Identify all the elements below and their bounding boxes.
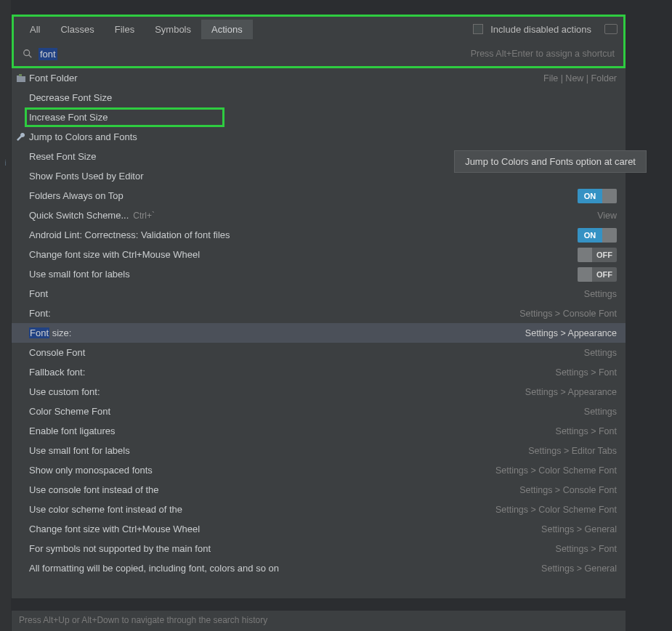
svg-point-0 [24, 50, 30, 56]
row-path: Settings > Font [556, 367, 617, 378]
row-label: Android Lint: Correctness: Validation of… [29, 229, 230, 240]
row-label: Font Folder [29, 73, 77, 84]
result-row[interactable]: Increase Font Size [12, 107, 626, 127]
result-row[interactable]: Color Scheme FontSettings [12, 402, 626, 421]
result-row[interactable]: Use custom font:Settings > Appearance [12, 382, 626, 402]
pin-icon[interactable] [604, 24, 618, 34]
row-label: For symbols not supported by the main fo… [29, 543, 211, 554]
result-row[interactable]: Fallback font:Settings > Font [12, 362, 626, 382]
tab-symbols[interactable]: Symbols [145, 20, 201, 39]
shortcut-label: Ctrl+` [133, 211, 155, 221]
row-path: Settings [584, 289, 617, 299]
row-path: Settings [584, 348, 617, 358]
row-path: Settings > Color Scheme Font [495, 505, 617, 515]
row-label: Use color scheme font instead of the [29, 504, 182, 515]
footer-hint: Press Alt+Up or Alt+Down to navigate thr… [12, 611, 626, 631]
tab-actions[interactable]: Actions [201, 20, 253, 39]
row-path: Settings [584, 407, 617, 417]
result-row[interactable]: Quick Switch Scheme...Ctrl+`View [12, 205, 626, 225]
tab-all[interactable]: All [20, 20, 50, 39]
search-row: font Press Alt+Enter to assign a shortcu… [14, 41, 623, 66]
row-path: Settings > Appearance [525, 328, 617, 338]
search-hint: Press Alt+Enter to assign a shortcut [471, 49, 615, 59]
result-row[interactable]: Console FontSettings [12, 343, 626, 362]
result-row[interactable]: Use color scheme font instead of theSett… [12, 500, 626, 519]
highlighted-header-area: AllClassesFilesSymbolsActions Include di… [12, 15, 626, 68]
row-label: Jump to Colors and Fonts [29, 131, 137, 142]
result-row[interactable]: Jump to Colors and Fonts [12, 127, 626, 147]
wrench-icon [15, 131, 28, 143]
row-label: Use custom font: [29, 386, 100, 397]
result-row[interactable]: Decrease Font Size [12, 88, 626, 107]
result-row[interactable]: Use small font for labelsOFF [12, 264, 626, 284]
result-row[interactable]: Change font size with Ctrl+Mouse WheelOF… [12, 245, 626, 264]
result-row[interactable]: For symbols not supported by the main fo… [12, 539, 626, 558]
result-row[interactable]: All formatting will be copied, including… [12, 558, 626, 578]
toggle-switch[interactable]: ON [578, 189, 617, 203]
svg-line-1 [29, 55, 32, 58]
row-path: Settings > Editor Tabs [528, 446, 617, 456]
tab-classes[interactable]: Classes [50, 20, 104, 39]
result-row[interactable]: Use small font for labelsSettings > Edit… [12, 441, 626, 460]
search-everywhere-popup: AllClassesFilesSymbolsActions Include di… [12, 15, 626, 598]
folder-icon [15, 73, 28, 84]
toggle-switch[interactable]: OFF [578, 267, 617, 282]
tab-files[interactable]: Files [105, 20, 145, 39]
result-row[interactable]: Font size:Settings > Appearance [12, 323, 626, 343]
toggle-switch[interactable]: OFF [578, 248, 617, 262]
row-path: Settings > Color Scheme Font [495, 465, 617, 476]
row-path: File | New | Folder [543, 73, 617, 84]
row-label: Change font size with Ctrl+Mouse Wheel [29, 524, 200, 534]
result-row[interactable]: Folders Always on TopON [12, 186, 626, 205]
result-row[interactable]: Enable font ligaturesSettings > Font [12, 421, 626, 441]
row-label: Enable font ligatures [29, 426, 116, 436]
row-label: Increase Font Size [29, 112, 108, 123]
row-label: Quick Switch Scheme... [29, 210, 129, 221]
row-label: Fallback font: [29, 367, 85, 378]
svg-rect-2 [19, 74, 22, 76]
row-label: Decrease Font Size [29, 92, 112, 103]
row-label: Use small font for labels [29, 269, 130, 280]
tooltip: Jump to Colors and Fonts option at caret [454, 150, 647, 173]
result-row[interactable]: Change font size with Ctrl+Mouse WheelSe… [12, 519, 626, 539]
editor-gutter-fragment: i [0, 0, 11, 631]
row-path: Settings > Font [556, 544, 617, 554]
row-label: Show only monospaced fonts [29, 465, 153, 476]
row-path: View [597, 211, 617, 221]
row-label: Use console font instead of the [29, 484, 159, 495]
result-row[interactable]: Use console font instead of theSettings … [12, 480, 626, 500]
row-label: Use small font for labels [29, 445, 130, 456]
row-path: Settings > Console Font [519, 485, 617, 495]
row-label: Font: [29, 308, 51, 319]
row-label: Font [29, 288, 48, 299]
row-label: Folders Always on Top [29, 190, 124, 201]
include-disabled-label: Include disabled actions [490, 24, 591, 35]
tabs-row: AllClassesFilesSymbolsActions Include di… [14, 17, 623, 41]
row-label: Color Scheme Font [29, 406, 110, 417]
row-label: Show Fonts Used by Editor [29, 171, 144, 182]
row-path: Settings > General [541, 524, 617, 534]
search-input[interactable]: font [39, 49, 57, 60]
row-label: Change font size with Ctrl+Mouse Wheel [29, 249, 200, 260]
search-icon [23, 49, 33, 59]
row-path: Settings > Appearance [525, 387, 617, 397]
row-label: Reset Font Size [29, 151, 97, 162]
row-path: Settings > Console Font [519, 309, 617, 319]
row-path: Settings > General [541, 563, 617, 574]
row-path: Settings > Font [556, 426, 617, 436]
result-row[interactable]: Font:Settings > Console Font [12, 304, 626, 323]
result-row[interactable]: FontSettings [12, 284, 626, 304]
result-row[interactable]: Font FolderFile | New | Folder [12, 68, 626, 88]
row-label: All formatting will be copied, including… [29, 563, 279, 574]
result-row[interactable]: Show only monospaced fontsSettings > Col… [12, 460, 626, 480]
results-list: Font FolderFile | New | FolderDecrease F… [12, 68, 626, 598]
row-label: Console Font [29, 347, 85, 358]
result-row[interactable]: Android Lint: Correctness: Validation of… [12, 225, 626, 245]
include-disabled-checkbox[interactable] [473, 24, 483, 34]
toggle-switch[interactable]: ON [578, 228, 617, 243]
row-label: Font size: [29, 327, 71, 338]
